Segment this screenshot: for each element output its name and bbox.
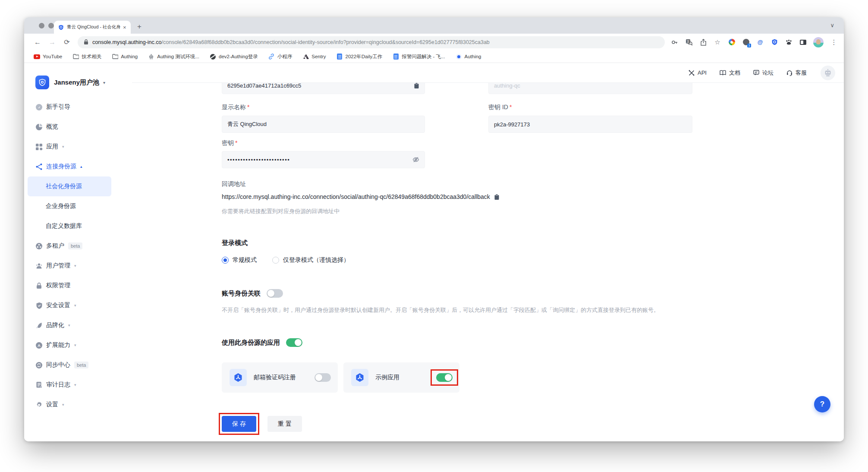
radio-login-only-mode[interactable]: 仅登录模式（谨慎选择） [272, 256, 349, 264]
bookmark-dev2-login[interactable]: dev2-Authing登录 [210, 53, 258, 60]
callback-help: 你需要将此链接配置到对应身份源的回调地址中 [222, 208, 340, 215]
sidebar-item-identity-sources[interactable]: 连接身份源 ▴ [28, 157, 111, 176]
sidebar-item-sync-center[interactable]: 同步中心 beta [28, 355, 111, 375]
folder-icon [72, 53, 79, 60]
tab-close-icon[interactable]: × [123, 25, 126, 30]
sidebar-item-enterprise-identity[interactable]: 企业身份源 [28, 196, 111, 216]
tab-strip: 青云 QingCloud - 社会化身份源 × + ∨ [24, 17, 844, 34]
chevron-down-icon: ▾ [68, 323, 70, 327]
share-icon[interactable] [699, 38, 707, 46]
main-panel: API 文档 论坛 客 [132, 63, 844, 441]
apps-section-title: 使用此身份源的应用 [222, 339, 280, 347]
bookmark-youtube[interactable]: YouTube [34, 53, 62, 60]
chevron-down-icon: ▾ [74, 383, 76, 387]
sidebar-menu: 新手引导 概览 应用 ▾ [28, 97, 111, 415]
bookmark-sentry[interactable]: Sentry [302, 53, 326, 60]
bookmark-daily-doc[interactable]: 2022年Daily工作 [337, 53, 383, 60]
reload-button[interactable]: ⟳ [61, 37, 72, 48]
beta-badge: beta [68, 242, 82, 249]
bookmark-authing-test[interactable]: Authing 测试环境... [148, 53, 199, 60]
radio-normal-mode[interactable]: 常规模式 [222, 256, 257, 264]
display-name-input[interactable]: 青云 QingCloud [222, 116, 425, 133]
bookmark-authing-site[interactable]: Authing [456, 53, 481, 60]
sidebar-item-branding[interactable]: 品牌化 ▾ [28, 315, 111, 335]
sentry-icon [302, 53, 309, 60]
form-scroll-area[interactable]: 6295e1d07ae41712a1c69cc5 authing-qc 显示名称… [132, 83, 844, 441]
sidebar-item-security[interactable]: 安全设置 ▾ [28, 296, 111, 315]
tenant-icon [35, 242, 43, 250]
login-mode-title: 登录模式 [222, 239, 248, 247]
app-sample-toggle[interactable] [436, 373, 453, 382]
account-link-title: 账号身份关联 [222, 289, 261, 298]
sidebar-item-applications[interactable]: 应用 ▾ [28, 137, 111, 157]
header-support-link[interactable]: 客服 [786, 69, 807, 77]
help-button[interactable]: ? [814, 396, 830, 412]
bookmark-folder-tech[interactable]: 技术相关 [72, 53, 101, 60]
app-cards: 邮箱验证码注册 示例应用 [222, 362, 524, 393]
doc-icon [337, 53, 343, 60]
header-forum-link[interactable]: 论坛 [753, 69, 774, 77]
extension-badged-icon[interactable]: 3 [742, 38, 750, 46]
user-avatar[interactable] [821, 66, 835, 80]
secret-input[interactable]: •••••••••••••••••••••••• [222, 151, 425, 168]
sidebar-item-user-management[interactable]: 用户管理 ▾ [28, 256, 111, 276]
translate-icon[interactable]: 文 [685, 38, 693, 46]
chevron-up-icon: ▴ [80, 164, 82, 169]
sidebar-item-permissions[interactable]: 权限管理 [28, 276, 111, 296]
beta-badge: beta [74, 362, 88, 368]
bookmark-miniprogram[interactable]: 小程序 [268, 53, 292, 60]
extension-shield-icon[interactable] [771, 38, 778, 46]
browser-menu-icon[interactable]: ⋮ [830, 38, 838, 46]
pie-chart-icon [35, 123, 43, 131]
sidebar: Janseny用户池 ▾ 新手引导 概览 [24, 63, 132, 441]
bookmark-folder-authing[interactable]: Authing [112, 53, 138, 60]
app-id-field[interactable]: 6295e1d07ae41712a1c69cc5 [222, 83, 425, 94]
app-email-register-toggle[interactable] [314, 373, 331, 382]
sidebar-item-settings[interactable]: 设置 ▾ [28, 395, 111, 415]
back-button[interactable]: ← [32, 37, 43, 48]
copy-icon[interactable] [494, 194, 500, 200]
forward-button[interactable]: → [47, 37, 58, 48]
copy-icon[interactable] [414, 83, 419, 89]
apps-section-toggle[interactable] [286, 338, 302, 347]
extension-paw-icon[interactable] [785, 38, 793, 46]
bookmark-alarm-doc[interactable]: 报警问题解决 - 飞... [393, 53, 445, 60]
sidebar-item-extensibility[interactable]: A 扩展能力 ▾ [28, 335, 111, 355]
bookmark-star-icon[interactable]: ☆ [714, 38, 721, 46]
sidebar-item-audit-log[interactable]: 审计日志 ▾ [28, 375, 111, 395]
key-id-label: 密钥 ID* [488, 104, 512, 111]
app-hexagon-icon [230, 369, 247, 386]
password-key-icon[interactable] [671, 38, 679, 46]
reset-button[interactable]: 重 置 [267, 416, 302, 432]
browser-profile-avatar[interactable] [813, 37, 824, 47]
chevron-down-icon: ▾ [74, 343, 76, 347]
sidebar-item-guide[interactable]: 新手引导 [28, 97, 111, 117]
header-api-link[interactable]: API [689, 69, 707, 76]
browser-tab[interactable]: 青云 QingCloud - 社会化身份源 × [54, 21, 131, 34]
page-content: Janseny用户池 ▾ 新手引导 概览 [24, 63, 844, 441]
eye-off-icon[interactable] [412, 157, 419, 163]
tab-search-chevron-icon[interactable]: ∨ [830, 22, 834, 28]
bookmarks-bar: YouTube 技术相关 Authing Authing 测试环境... dev… [24, 50, 844, 63]
workspace-switcher[interactable]: Janseny用户池 ▾ [24, 76, 132, 89]
new-tab-button[interactable]: + [134, 21, 145, 32]
address-bar[interactable]: console.mysql.authing-inc.co/console/628… [78, 36, 665, 48]
key-id-input[interactable]: pk2a-9927173 [488, 116, 692, 133]
sidebar-item-social-identity[interactable]: 社会化身份源 [28, 176, 111, 196]
minimize-window-icon[interactable] [48, 23, 54, 28]
annotation-box-sample-toggle [431, 369, 458, 386]
desktop: 青云 QingCloud - 社会化身份源 × + ∨ ← → ⟳ consol… [0, 0, 868, 472]
chevron-down-icon: ▾ [62, 145, 64, 149]
header-docs-link[interactable]: 文档 [720, 69, 740, 77]
close-window-icon[interactable] [39, 23, 44, 28]
extension-sidebar-icon[interactable] [799, 38, 807, 46]
app-card-sample-app: 示例应用 [343, 362, 459, 393]
lock-icon [84, 39, 88, 45]
account-link-toggle[interactable] [267, 289, 283, 298]
sidebar-item-multi-tenant[interactable]: 多租户 beta [28, 236, 111, 256]
extension-colorful-icon[interactable] [728, 38, 736, 46]
sidebar-item-custom-database[interactable]: 自定义数据库 [28, 216, 111, 236]
sidebar-item-overview[interactable]: 概览 [28, 117, 111, 137]
save-button[interactable]: 保 存 [222, 416, 256, 432]
extension-at-icon[interactable]: @ [756, 38, 764, 46]
